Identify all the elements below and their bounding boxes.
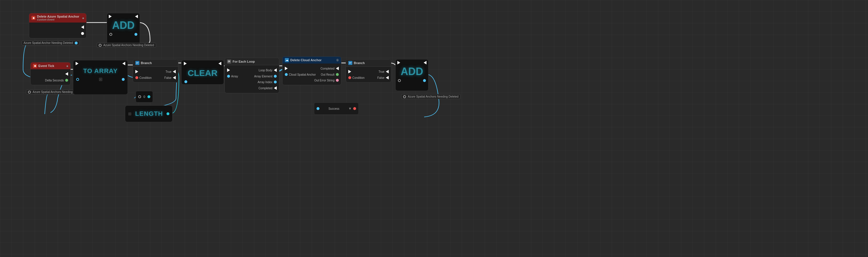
pin-hollow[interactable] bbox=[99, 44, 101, 47]
out-error-label: Out Error String bbox=[285, 79, 336, 82]
array-index-label: Array Index bbox=[227, 81, 274, 84]
exec-out-true-b1[interactable] bbox=[173, 70, 176, 73]
success-node: Success ▼ bbox=[314, 103, 359, 115]
output-pin[interactable] bbox=[81, 32, 84, 35]
add-bottom-node: ADD bbox=[395, 59, 429, 91]
integer-node: 0 bbox=[135, 91, 153, 103]
event-icon: ◆ bbox=[31, 16, 35, 20]
exec-in-loop[interactable] bbox=[227, 68, 230, 72]
exec-out[interactable] bbox=[65, 72, 68, 76]
event-icon2: ◆ bbox=[33, 64, 37, 68]
success-out-pin[interactable] bbox=[353, 107, 356, 110]
pin-hollow-right[interactable] bbox=[403, 95, 406, 98]
exec-in-add-b[interactable] bbox=[397, 61, 400, 64]
exec-in-pin[interactable] bbox=[109, 15, 112, 18]
pin-hollow-left[interactable] bbox=[110, 33, 112, 36]
delta-seconds-label: Delta Seconds bbox=[33, 79, 64, 82]
for-each-loop-node: ⟳ For Each Loop Loop Body Array Array El… bbox=[224, 58, 279, 93]
integer-value: 0 bbox=[144, 95, 145, 98]
node-subtitle: Custom Event bbox=[37, 18, 80, 21]
for-each-header: ⟳ For Each Loop bbox=[225, 58, 279, 65]
branch-icon: ↩ bbox=[135, 61, 140, 65]
length-label: LENGTH bbox=[135, 110, 163, 117]
branch2-icon: ↩ bbox=[348, 61, 352, 65]
branch2-title: Branch bbox=[354, 61, 365, 65]
node-header: ◆ Delete Azure Spatial Anchor Custom Eve… bbox=[29, 13, 86, 23]
add-top-node: ADD bbox=[107, 13, 140, 45]
int-out-pin[interactable] bbox=[148, 95, 150, 98]
event-tick-header: ◆ Event Tick ■ bbox=[31, 62, 70, 69]
completed-dca-label: Completed bbox=[288, 67, 336, 70]
anchors-label-right: Azure Spatial Anchors Needing Deleted bbox=[401, 94, 461, 99]
exec-in-b1[interactable] bbox=[135, 70, 138, 73]
exec-out-loop-body[interactable] bbox=[274, 68, 277, 72]
exec-in-b2[interactable] bbox=[348, 70, 351, 73]
array-element-pin[interactable] bbox=[274, 75, 277, 78]
pin-hollow-add-b[interactable] bbox=[398, 79, 401, 82]
true2-label: True bbox=[351, 70, 386, 73]
length-node: ⊞ LENGTH bbox=[125, 106, 173, 122]
array-label: Array bbox=[231, 75, 238, 78]
exec-out-pin[interactable] bbox=[81, 25, 84, 29]
loop-body-label: Loop Body bbox=[230, 69, 274, 72]
cloud-anchor-label: Cloud Spatial Anchor bbox=[289, 73, 316, 76]
exec-in-clear[interactable] bbox=[184, 62, 187, 65]
completed-label: Completed bbox=[227, 87, 274, 90]
pin-blue-right[interactable] bbox=[134, 33, 137, 36]
false2-label: False bbox=[365, 76, 386, 79]
node-title: Delete Azure Spatial Anchor bbox=[37, 15, 80, 18]
for-each-title: For Each Loop bbox=[232, 60, 255, 63]
branch1-title: Branch bbox=[141, 61, 152, 65]
exec-out-dca[interactable] bbox=[336, 67, 339, 70]
array-in-pin[interactable] bbox=[227, 75, 230, 78]
delete-cloud-title: Delete Cloud Anchor bbox=[290, 58, 321, 62]
exec-out-to-array[interactable] bbox=[122, 62, 125, 65]
exec-in-dca[interactable] bbox=[285, 67, 288, 70]
pin-in-array[interactable] bbox=[76, 78, 79, 81]
clear-node: CLEAR bbox=[181, 60, 224, 85]
exec-out-pin[interactable] bbox=[135, 15, 138, 18]
array-index-pin[interactable] bbox=[274, 81, 277, 83]
success-in-pin[interactable] bbox=[316, 107, 319, 110]
exec-out-true-b2[interactable] bbox=[386, 70, 389, 73]
condition2-in[interactable] bbox=[348, 76, 351, 79]
event-tick-title: Event Tick bbox=[38, 64, 54, 67]
success-label: Success bbox=[321, 107, 347, 110]
length-out-pin[interactable] bbox=[166, 112, 169, 115]
false-label: False bbox=[152, 76, 173, 79]
pin-blue-add-b[interactable] bbox=[423, 79, 426, 82]
branch1-node: ↩ Branch True Condition False bbox=[133, 59, 178, 83]
to-array-node: TO ARRAY ⊞ bbox=[73, 60, 128, 95]
branch2-header: ↩ Branch bbox=[346, 59, 391, 67]
int-in-pin[interactable] bbox=[138, 95, 141, 98]
loop-icon: ⟳ bbox=[227, 59, 231, 63]
pin-clear-array[interactable] bbox=[184, 80, 187, 83]
exec-in-to-array[interactable] bbox=[75, 62, 79, 65]
branch1-header: ↩ Branch bbox=[133, 59, 178, 67]
delete-cloud-header: ☁ Delete Cloud Anchor ① bbox=[282, 57, 341, 63]
condition-in[interactable] bbox=[135, 76, 138, 79]
delete-azure-anchor-node: ◆ Delete Azure Spatial Anchor Custom Eve… bbox=[29, 13, 87, 38]
array-element-label: Array Element bbox=[238, 75, 274, 78]
exec-out-completed[interactable] bbox=[274, 86, 277, 90]
dropdown-arrow[interactable]: ▼ bbox=[348, 107, 352, 111]
anchors-label-top: Azure Spatial Anchors Needing Deleted bbox=[97, 43, 156, 48]
cloud-icon: ☁ bbox=[285, 58, 289, 62]
event-tick-node: ◆ Event Tick ■ Delta Seconds bbox=[30, 62, 71, 85]
exec-out-add-b[interactable] bbox=[424, 61, 427, 64]
pin-blue-top[interactable] bbox=[75, 41, 78, 45]
true-label: True bbox=[138, 70, 173, 73]
out-result-label: Out Result bbox=[316, 73, 336, 76]
delta-pin[interactable] bbox=[65, 79, 68, 82]
out-result-pin[interactable] bbox=[336, 73, 339, 76]
cloud-anchor-in[interactable] bbox=[285, 73, 288, 76]
condition2-label: Condition bbox=[352, 76, 365, 79]
exec-out-clear[interactable] bbox=[218, 62, 221, 65]
pin-out-array[interactable] bbox=[122, 78, 125, 81]
exec-out-false-b1[interactable] bbox=[173, 76, 176, 79]
pin-hollow2[interactable] bbox=[28, 91, 31, 93]
branch2-node: ↩ Branch True Condition False bbox=[346, 59, 391, 83]
condition-label: Condition bbox=[140, 76, 152, 79]
exec-out-false-b2[interactable] bbox=[386, 76, 389, 79]
out-error-pin[interactable] bbox=[336, 79, 339, 82]
